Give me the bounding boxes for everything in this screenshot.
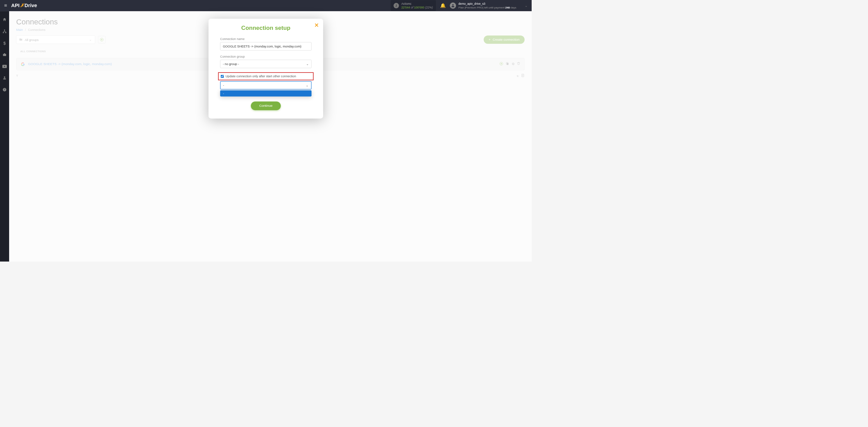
user-icon[interactable]: [2, 76, 6, 81]
svg-rect-4: [3, 54, 6, 56]
hamburger-icon[interactable]: ≡: [4, 3, 7, 8]
dropdown-option[interactable]: -: [220, 90, 312, 96]
help-icon[interactable]: ?: [2, 87, 6, 93]
dollar-icon[interactable]: $: [3, 41, 6, 46]
actions-of: of: [411, 6, 413, 9]
home-icon[interactable]: [2, 17, 6, 22]
close-icon[interactable]: ✕: [314, 22, 319, 28]
svg-rect-1: [4, 29, 5, 30]
svg-rect-3: [5, 32, 6, 33]
continue-button[interactable]: Continue: [251, 102, 281, 110]
chevron-down-icon: ⌄: [306, 62, 309, 66]
highlight-box: Update connection only after start other…: [218, 72, 314, 80]
modal-title: Connection setup: [220, 24, 312, 31]
user-plan-prefix: Plan |Premium PRO| left until payment: [458, 6, 505, 9]
update-after-label[interactable]: Update connection only after start other…: [225, 75, 296, 78]
connection-group-label: Connection group: [220, 55, 312, 58]
logo[interactable]: API✗Drive: [11, 3, 37, 8]
actions-total: 100'000: [414, 6, 424, 9]
svg-rect-2: [3, 32, 4, 33]
svg-text:?: ?: [4, 88, 5, 91]
connection-setup-modal: ✕ Connection setup Connection name Conne…: [209, 19, 323, 119]
user-avatar-icon: [450, 2, 456, 8]
chevron-down-icon: ⌄: [525, 4, 527, 7]
connection-name-input[interactable]: [220, 42, 312, 50]
dependent-connection-select[interactable]: - ⌄: [220, 81, 312, 89]
left-sidebar: $ ?: [0, 11, 9, 262]
connection-group-select[interactable]: - no group - ⌄: [220, 60, 312, 68]
bell-icon[interactable]: 🔔: [440, 3, 446, 8]
actions-label: Actions:: [401, 2, 433, 5]
user-plan-suffix: days: [511, 6, 516, 9]
user-name: demo_apix_drive_s3: [458, 2, 516, 6]
update-after-checkbox[interactable]: [221, 75, 224, 78]
sitemap-icon[interactable]: [2, 29, 6, 34]
svg-point-6: [4, 77, 5, 78]
connection-name-label: Connection name: [220, 37, 312, 40]
user-plan-days: 240: [505, 6, 510, 9]
youtube-icon[interactable]: [2, 64, 7, 69]
user-menu[interactable]: demo_apix_drive_s3 Plan |Premium PRO| le…: [450, 2, 527, 9]
actions-used: 22'044: [401, 6, 410, 9]
briefcase-icon[interactable]: [2, 53, 6, 58]
actions-pct: (22%): [425, 6, 433, 9]
info-icon: i: [394, 3, 399, 8]
top-header: ≡ API✗Drive i Actions: 22'044 of 100'000…: [0, 0, 532, 11]
actions-counter[interactable]: i Actions: 22'044 of 100'000 (22%): [391, 0, 436, 11]
svg-point-0: [452, 4, 454, 5]
chevron-down-icon: ⌄: [306, 83, 309, 87]
